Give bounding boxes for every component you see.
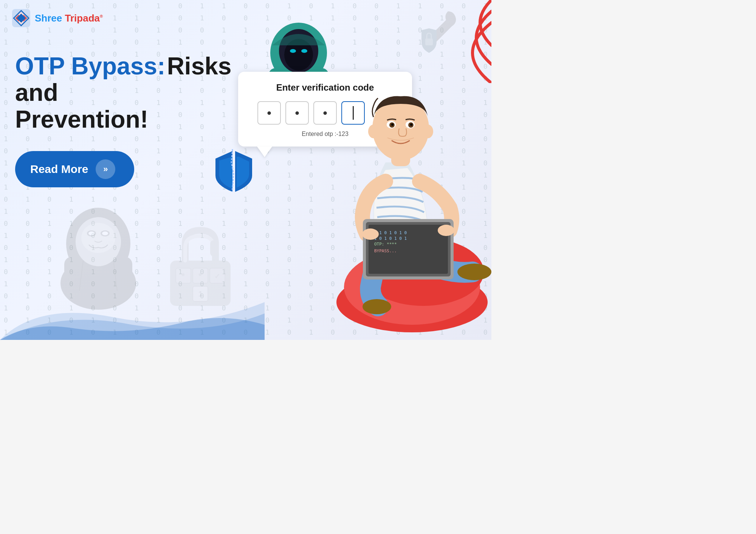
svg-point-40 [363,299,391,314]
otp-box-1[interactable]: • [257,101,281,125]
ghost-hacker-figure [45,177,151,310]
svg-point-9 [290,49,296,53]
svg-text:BYPASS...: BYPASS... [374,248,397,253]
svg-rect-60 [425,39,433,45]
logo-text: Shree Tripada® [35,12,103,24]
svg-text:OTP: ****: OTP: **** [374,242,397,247]
svg-text:1: 1 [198,290,203,298]
svg-point-59 [423,125,433,138]
chevron-icon: » [96,159,115,179]
logo-icon [11,8,31,28]
svg-text:✓: ✓ [214,273,220,280]
svg-text:*: * [181,271,185,281]
ghost-lock-icon: * * ✓ 1 [159,219,242,310]
svg-point-56 [391,123,393,126]
svg-text:1 0 1 0 1 0 1: 1 0 1 0 1 0 1 [374,236,407,241]
svg-point-10 [301,49,307,53]
svg-point-24 [102,232,108,235]
heading-line1: OTP Bypass: Risks and [15,53,249,106]
svg-point-39 [457,264,491,280]
svg-point-48 [362,228,379,240]
deco-tools-icon [416,8,461,57]
main-heading: OTP Bypass: Risks and Prevention! [15,53,249,133]
svg-point-49 [438,225,454,236]
svg-text:*: * [198,271,202,281]
read-more-label: Read More [30,163,88,176]
svg-point-58 [368,125,379,138]
svg-point-20 [81,223,115,253]
svg-point-57 [410,123,412,126]
heading-prevention: Prevention! [15,106,249,133]
broken-shield-icon [212,147,253,196]
svg-text:0 1 0 1 0 1 0: 0 1 0 1 0 1 0 [374,230,407,235]
otp-dot-1: • [267,106,271,120]
person-with-laptop: 0 1 0 1 0 1 0 1 0 1 0 1 0 1 OTP: **** BY… [280,76,491,340]
svg-point-23 [88,232,94,235]
logo-area: Shree Tripada® [11,8,103,28]
banner: 0 0 1 0 1 0 0 1 0 1 1 0 0 1 0 1 0 0 1 1 … [0,0,491,340]
heading-otp-bypass: OTP Bypass: [15,52,165,80]
